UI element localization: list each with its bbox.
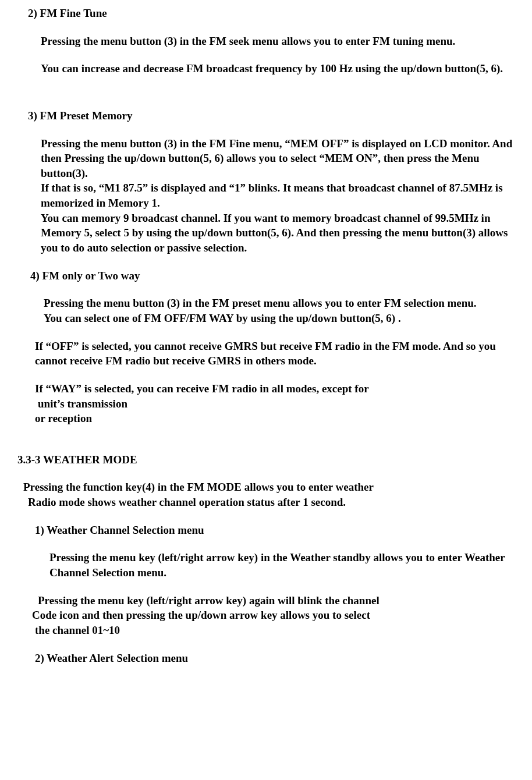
section-4-para-1: Pressing the menu button (3) in the FM p… [44, 296, 515, 311]
section-4-para-2: You can select one of FM OFF/FM WAY by u… [44, 311, 515, 326]
section-4-para-4c: or reception [35, 411, 515, 426]
section-4-para-4b: unit’s transmission [38, 396, 515, 412]
weather-intro: Pressing the function key(4) in the FM M… [17, 480, 515, 509]
section-4-para-4a: If “WAY” is selected, you can receive FM… [35, 381, 515, 396]
section-3-para-1: Pressing the menu button (3) in the FM F… [41, 136, 515, 181]
section-2-para-1: Pressing the menu button (3) in the FM s… [41, 34, 515, 49]
section-2-heading: 2) FM Fine Tune [28, 6, 515, 21]
weather-1-para-2a: Pressing the menu key (left/right arrow … [38, 593, 515, 608]
weather-1-para-2c: the channel 01~10 [35, 623, 515, 638]
weather-1-para-1: Pressing the menu key (left/right arrow … [49, 550, 515, 580]
section-4-para-4: If “WAY” is selected, you can receive FM… [17, 381, 515, 426]
weather-mode-heading: 3.3-3 WEATHER MODE [17, 452, 515, 467]
section-3-para-3: You can memory 9 broadcast channel. If y… [41, 211, 515, 256]
section-3-para-2: If that is so, “M1 87.5” is displayed an… [41, 180, 515, 210]
weather-1-heading: 1) Weather Channel Selection menu [35, 523, 515, 538]
section-2-para-2: You can increase and decrease FM broadca… [41, 61, 515, 76]
weather-intro-line2: Radio mode shows weather channel operati… [28, 495, 515, 510]
weather-1-para-2b: Code icon and then pressing the up/down … [32, 608, 515, 623]
section-4-para-3: If “OFF” is selected, you cannot receive… [35, 339, 515, 368]
weather-1-para-2: Pressing the menu key (left/right arrow … [17, 593, 515, 638]
section-4-heading: 4) FM only or Two way [30, 268, 515, 283]
section-3-heading: 3) FM Preset Memory [28, 108, 515, 123]
weather-intro-line1: Pressing the function key(4) in the FM M… [23, 480, 515, 495]
weather-2-heading: 2) Weather Alert Selection menu [35, 651, 515, 666]
